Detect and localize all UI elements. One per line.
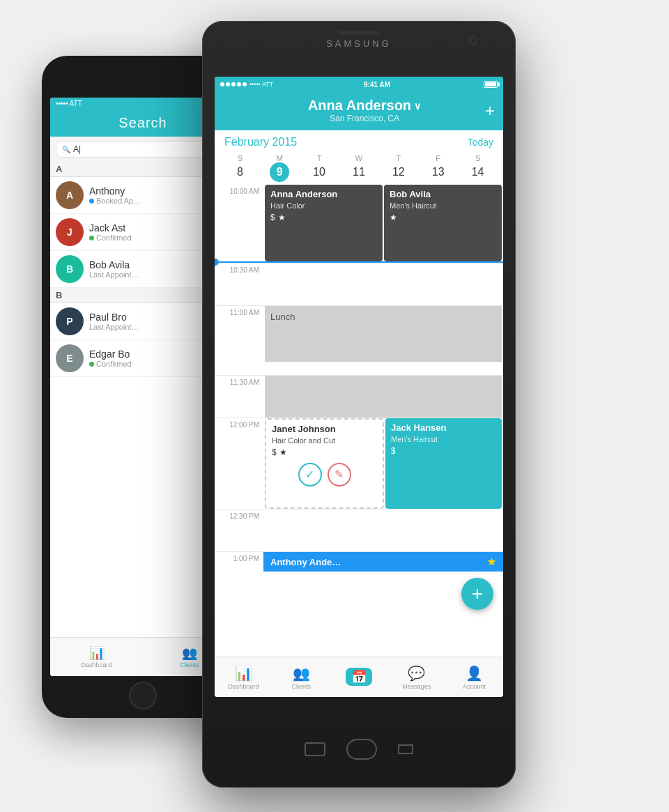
- time-content-11am: Lunch: [263, 306, 503, 375]
- app-header: Anna Anderson ∨ San Francisco, CA +: [215, 92, 503, 130]
- today-button[interactable]: Today: [468, 137, 493, 148]
- tab-dashboard-label: Dashboard: [81, 661, 112, 668]
- nav-messages-label: Messages: [402, 683, 431, 690]
- samsung-back-button[interactable]: [305, 742, 325, 756]
- dollar-icon: $: [272, 447, 277, 457]
- time-row-1230pm: 12:30 PM: [215, 509, 503, 551]
- nav-calendar[interactable]: 📅: [330, 657, 388, 697]
- calendar-day-col-tue[interactable]: T 10: [300, 153, 339, 183]
- nav-account-label: Account: [463, 683, 486, 690]
- anthony-name: Anthony Ande…: [270, 557, 341, 567]
- calendar-month-label: February 2015: [224, 136, 297, 148]
- appt-service: Men's Haircut: [391, 435, 496, 443]
- appt-service: Men's Haircut: [390, 201, 496, 210]
- nav-clients-label: Clients: [291, 683, 311, 690]
- clients-nav-icon: 👥: [293, 665, 310, 682]
- appt-row-12pm: Janet Johnson Hair Color and Cut $ ★ ✓ ✎: [263, 418, 503, 509]
- calendar-day-col-thu[interactable]: T 12: [378, 153, 418, 183]
- nav-messages[interactable]: 💬 Messages: [387, 657, 445, 697]
- nav-account[interactable]: 👤 Account: [445, 657, 503, 697]
- appointment-anna-anderson[interactable]: Anna Anderson Hair Color $ ★: [265, 185, 383, 261]
- calendar-scroll-area[interactable]: 10:00 AM Anna Anderson Hair Color $ ★: [215, 185, 503, 659]
- time-content-1230pm: [263, 510, 503, 551]
- samsung-device: SAMSUNG ••••• ATT 9:41 AM: [202, 21, 516, 788]
- appt-name: Janet Johnson: [272, 424, 377, 435]
- signal-dot: [237, 82, 241, 86]
- time-label-11am: 11:00 AM: [215, 306, 263, 375]
- day-label-sun: S: [238, 154, 243, 162]
- samsung-brand: SAMSUNG: [326, 38, 392, 49]
- tab-clients-label: Clients: [180, 661, 199, 668]
- fab-add-button[interactable]: +: [461, 578, 493, 610]
- battery-icon: [484, 81, 498, 88]
- appt-service: Hair Color: [270, 201, 377, 210]
- day-label-tue: T: [317, 154, 322, 162]
- appt-icons: $ ★: [272, 447, 377, 457]
- avatar: E: [56, 344, 84, 372]
- time-indicator-line: [215, 261, 503, 263]
- signal-dot: [226, 82, 230, 86]
- samsung-recent-button[interactable]: [398, 744, 413, 754]
- day-num-10: 10: [309, 162, 329, 182]
- appointment-jack-hansen[interactable]: Jack Hansen Men's Haircut $: [385, 418, 502, 509]
- iphone-tab-dashboard[interactable]: 📊 Dashboard: [50, 643, 143, 671]
- samsung-home-button[interactable]: [346, 739, 377, 760]
- calendar-day-col-sun[interactable]: S 8: [220, 153, 260, 183]
- appt-name: Jack Hansen: [391, 422, 496, 434]
- nav-clients[interactable]: 👥 Clients: [272, 657, 330, 697]
- dashboard-icon: 📊: [89, 645, 105, 661]
- calendar-day-col-mon[interactable]: M 9: [260, 153, 300, 183]
- day-num-8: 8: [230, 162, 249, 182]
- day-label-mon: M: [277, 154, 283, 162]
- avatar: J: [56, 218, 84, 246]
- day-num-13: 13: [429, 162, 448, 182]
- day-label-wed: W: [355, 154, 362, 162]
- messages-nav-icon: 💬: [408, 665, 425, 682]
- appointment-anthony-bar[interactable]: Anthony Ande… ★: [263, 552, 503, 572]
- nav-dashboard[interactable]: 📊 Dashboard: [215, 657, 272, 697]
- time-label-1130am: 11:30 AM: [215, 376, 263, 418]
- status-dot: [89, 199, 94, 204]
- dashboard-nav-icon: 📊: [235, 665, 252, 682]
- calendar-nav-icon: 📅: [351, 670, 367, 684]
- appt-name: Bob Avila: [390, 189, 496, 200]
- appointment-janet-johnson[interactable]: Janet Johnson Hair Color and Cut $ ★ ✓ ✎: [265, 418, 384, 509]
- signal-dots: [220, 82, 247, 86]
- day-num-9: 9: [270, 162, 289, 182]
- calendar-day-col-sat[interactable]: S 14: [458, 153, 498, 183]
- time-display: 9:41 AM: [364, 81, 390, 89]
- add-appointment-button[interactable]: +: [485, 101, 495, 121]
- dollar-icon: $: [270, 213, 275, 222]
- calendar-day-col-wed[interactable]: W 11: [339, 153, 379, 183]
- time-row-10am: 10:00 AM Anna Anderson Hair Color $ ★: [215, 185, 503, 261]
- calendar-day-col-fri[interactable]: F 13: [418, 153, 458, 183]
- avatar: A: [56, 181, 84, 209]
- appt-name: Anna Anderson: [270, 189, 377, 200]
- clients-icon: 👥: [182, 645, 197, 661]
- appt-icons: ★: [390, 213, 496, 222]
- time-content-1030am: [263, 263, 503, 305]
- day-num-14: 14: [468, 162, 488, 182]
- appt-icons: $: [391, 446, 496, 456]
- lunch-block-cont: [265, 376, 502, 418]
- scene: ••••• ATT 9 Search 🔍 A| A A: [0, 0, 669, 812]
- signal-dot: [243, 82, 247, 86]
- edit-button[interactable]: ✎: [328, 463, 351, 487]
- time-content-10am: Anna Anderson Hair Color $ ★ Bob Avila M…: [263, 185, 503, 261]
- app-bottom-nav: 📊 Dashboard 👥 Clients 📅 💬 Messages: [215, 657, 503, 697]
- time-label-12pm: 12:00 PM: [215, 418, 263, 509]
- carrier-label: ••••• ATT: [249, 81, 273, 88]
- status-dot: [89, 362, 94, 367]
- avatar: P: [56, 307, 84, 335]
- status-dot: [89, 236, 94, 240]
- header-client-name[interactable]: Anna Anderson ∨: [244, 98, 485, 114]
- iphone-home-button[interactable]: [129, 682, 157, 710]
- avatar: B: [56, 255, 84, 283]
- appointment-bob-avila[interactable]: Bob Avila Men's Haircut ★: [384, 185, 502, 261]
- star-icon: ★: [278, 213, 286, 222]
- confirm-button[interactable]: ✓: [298, 463, 322, 487]
- samsung-screen: ••••• ATT 9:41 AM Anna Anderson ∨ San Fr…: [215, 77, 503, 697]
- iphone-search-value: A|: [73, 144, 81, 154]
- star-icon: ★: [279, 447, 287, 457]
- day-label-sat: S: [475, 154, 480, 162]
